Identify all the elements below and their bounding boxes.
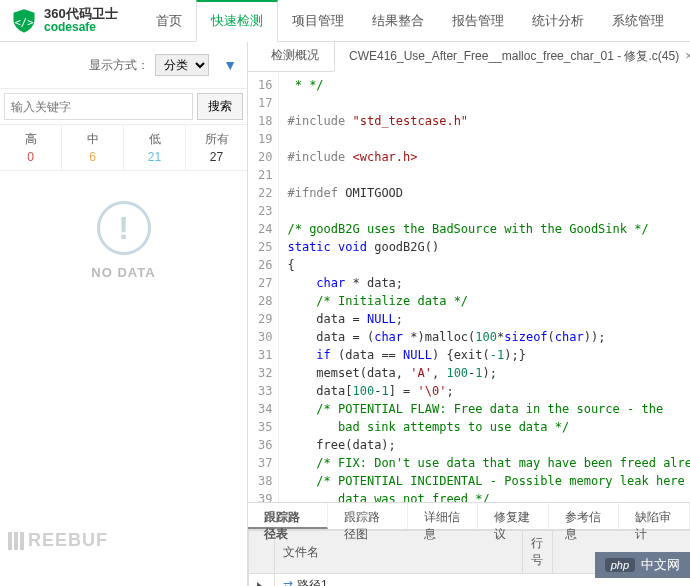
severity-row: 高0中6低21所有27 — [0, 125, 247, 171]
code-gutter: 1617181920212223242526272829303132333435… — [248, 72, 279, 502]
expand-icon[interactable] — [257, 582, 262, 586]
col-line[interactable]: 行号 — [522, 531, 552, 574]
no-data-block: ! NO DATA — [0, 171, 247, 310]
left-panel: 显示方式： 分类 ▼ 搜索 高0中6低21所有27 ! NO DATA — [0, 42, 248, 586]
nav-item[interactable]: 系统管理 — [598, 0, 678, 42]
logo: </> 360代码卫士 codesafe — [0, 7, 128, 35]
watermark-icon — [8, 532, 24, 550]
nav-item[interactable]: 项目管理 — [278, 0, 358, 42]
code-lines: * */ #include "std_testcase.h" #include … — [279, 72, 690, 502]
php-logo-icon: php — [605, 558, 635, 572]
nav-item[interactable]: 快速检测 — [196, 0, 278, 42]
svg-text:</>: </> — [15, 15, 34, 27]
severity-item[interactable]: 低21 — [124, 125, 186, 170]
bottom-tab[interactable]: 跟踪路径表 — [248, 503, 328, 529]
col-file[interactable]: 文件名 — [275, 531, 523, 574]
display-mode-row: 显示方式： 分类 ▼ — [0, 42, 247, 89]
severity-item[interactable]: 所有27 — [186, 125, 247, 170]
no-data-text: NO DATA — [0, 265, 247, 280]
display-mode-select[interactable]: 分类 — [155, 54, 209, 76]
bottom-tabs: 跟踪路径表跟踪路径图详细信息修复建议参考信息缺陷审计 — [248, 502, 690, 530]
search-input[interactable] — [4, 93, 193, 120]
file-tab[interactable]: 检测概况 — [256, 40, 334, 71]
file-tabs: 检测概况CWE416_Use_After_Free__malloc_free_c… — [248, 42, 690, 72]
exclamation-icon: ! — [97, 201, 151, 255]
severity-item[interactable]: 高0 — [0, 125, 62, 170]
code-area[interactable]: 1617181920212223242526272829303132333435… — [248, 72, 690, 502]
bottom-tab[interactable]: 参考信息 — [549, 503, 620, 529]
header: </> 360代码卫士 codesafe 首页快速检测项目管理结果整合报告管理统… — [0, 0, 690, 42]
nav-item[interactable]: 报告管理 — [438, 0, 518, 42]
nav-item[interactable]: 统计分析 — [518, 0, 598, 42]
right-panel: 检测概况CWE416_Use_After_Free__malloc_free_c… — [248, 42, 690, 586]
bottom-tab[interactable]: 缺陷审计 — [619, 503, 690, 529]
search-button[interactable]: 搜索 — [197, 93, 243, 120]
file-tab[interactable]: CWE416_Use_After_Free__malloc_free_char_… — [334, 41, 690, 72]
logo-text-en: codesafe — [44, 21, 118, 34]
php-badge: php 中文网 — [595, 552, 690, 578]
path-icon: ⇄ — [283, 578, 293, 586]
shield-icon: </> — [10, 7, 38, 35]
logo-text-cn: 360代码卫士 — [44, 7, 118, 21]
watermark: REEBUF — [8, 530, 108, 551]
main-nav: 首页快速检测项目管理结果整合报告管理统计分析系统管理 — [142, 0, 678, 42]
display-mode-label: 显示方式： — [89, 57, 149, 74]
search-row: 搜索 — [0, 89, 247, 125]
nav-item[interactable]: 结果整合 — [358, 0, 438, 42]
bottom-tab[interactable]: 修复建议 — [478, 503, 549, 529]
bottom-tab[interactable]: 详细信息 — [408, 503, 479, 529]
nav-item[interactable]: 首页 — [142, 0, 196, 42]
close-icon[interactable]: × — [685, 49, 690, 63]
bottom-tab[interactable]: 跟踪路径图 — [328, 503, 408, 529]
severity-item[interactable]: 中6 — [62, 125, 124, 170]
filter-icon[interactable]: ▼ — [223, 57, 237, 73]
